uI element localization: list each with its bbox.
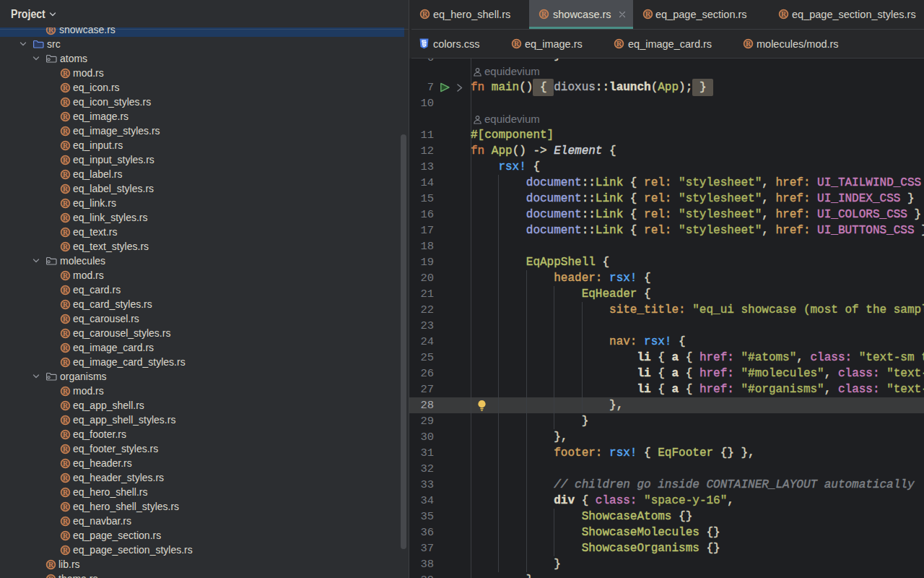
- svg-text:R: R: [63, 113, 69, 121]
- svg-text:R: R: [63, 98, 69, 106]
- svg-text:R: R: [63, 503, 69, 511]
- svg-text:R: R: [63, 344, 69, 352]
- svg-text:R: R: [63, 358, 69, 366]
- svg-text:R: R: [63, 199, 69, 207]
- svg-text:R: R: [63, 69, 69, 77]
- svg-text:R: R: [541, 10, 547, 18]
- svg-text:R: R: [781, 10, 787, 18]
- svg-text:R: R: [63, 445, 69, 453]
- svg-text:R: R: [63, 156, 69, 164]
- svg-text:R: R: [645, 10, 651, 18]
- svg-text:R: R: [63, 142, 69, 150]
- svg-text:R: R: [63, 315, 69, 323]
- svg-text:R: R: [63, 546, 69, 554]
- svg-text:R: R: [63, 171, 69, 178]
- svg-text:R: R: [63, 228, 69, 236]
- svg-text:R: R: [514, 40, 520, 48]
- svg-text:R: R: [63, 243, 69, 251]
- svg-text:R: R: [48, 575, 54, 578]
- svg-text:R: R: [63, 272, 69, 280]
- svg-text:R: R: [63, 127, 69, 135]
- svg-text:R: R: [422, 10, 428, 18]
- svg-text:R: R: [63, 301, 69, 309]
- svg-text:R: R: [63, 329, 69, 337]
- svg-text:R: R: [63, 532, 69, 540]
- svg-text:R: R: [63, 286, 69, 294]
- svg-text:R: R: [63, 517, 69, 525]
- svg-text:R: R: [63, 402, 69, 410]
- svg-text:R: R: [63, 84, 69, 92]
- svg-text:R: R: [616, 40, 622, 48]
- svg-text:R: R: [63, 431, 69, 439]
- svg-text:R: R: [63, 488, 69, 496]
- svg-text:R: R: [63, 214, 69, 222]
- svg-text:R: R: [63, 416, 69, 424]
- svg-text:R: R: [63, 474, 69, 482]
- svg-text:R: R: [63, 460, 69, 467]
- svg-text:R: R: [48, 561, 54, 569]
- svg-text:R: R: [63, 387, 69, 395]
- svg-text:R: R: [63, 185, 69, 193]
- svg-text:R: R: [746, 40, 751, 48]
